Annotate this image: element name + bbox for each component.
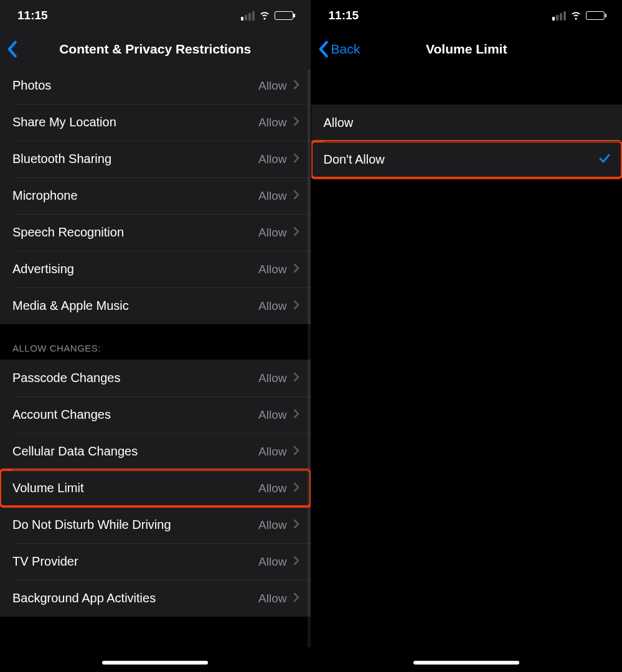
row-value: Allow bbox=[258, 408, 286, 422]
wifi-icon bbox=[258, 8, 271, 24]
row-account-changes[interactable]: Account Changes Allow bbox=[0, 396, 311, 433]
page-title: Volume Limit bbox=[426, 42, 507, 57]
row-value: Allow bbox=[258, 189, 286, 203]
back-label: Back bbox=[331, 42, 360, 57]
chevron-right-icon bbox=[293, 554, 299, 569]
row-label: Cellular Data Changes bbox=[12, 444, 258, 459]
status-time: 11:15 bbox=[17, 9, 48, 22]
page-title: Content & Privacy Restrictions bbox=[59, 42, 251, 57]
row-value: Allow bbox=[258, 482, 286, 495]
row-value: Allow bbox=[258, 299, 286, 313]
chevron-right-icon bbox=[293, 115, 299, 129]
cellular-signal-icon bbox=[241, 11, 255, 21]
scrollbar-track[interactable] bbox=[308, 70, 311, 647]
chevron-right-icon bbox=[293, 481, 299, 495]
option-allow[interactable]: Allow bbox=[311, 105, 623, 141]
row-label: Account Changes bbox=[12, 408, 258, 422]
chevron-right-icon bbox=[293, 225, 299, 240]
row-label: Share My Location bbox=[12, 115, 258, 129]
row-value: Allow bbox=[258, 79, 286, 93]
back-button[interactable]: Back bbox=[318, 31, 360, 67]
status-bar: 11:15 bbox=[311, 0, 623, 31]
chevron-right-icon bbox=[293, 299, 299, 313]
row-dnd-while-driving[interactable]: Do Not Disturb While Driving Allow bbox=[0, 506, 311, 543]
row-bluetooth-sharing[interactable]: Bluetooth Sharing Allow bbox=[0, 141, 311, 177]
option-dont-allow[interactable]: Don't Allow bbox=[311, 141, 623, 178]
row-label: TV Provider bbox=[12, 554, 258, 569]
chevron-right-icon bbox=[293, 152, 299, 166]
chevron-right-icon bbox=[293, 591, 299, 605]
chevron-right-icon bbox=[293, 78, 299, 93]
row-value: Allow bbox=[258, 592, 286, 605]
screen-left: 11:15 Content & Privacy Restrictions Pho… bbox=[0, 0, 311, 672]
allow-changes-section: Passcode Changes Allow Account Changes A… bbox=[0, 360, 311, 617]
row-microphone[interactable]: Microphone Allow bbox=[0, 177, 311, 214]
battery-icon bbox=[275, 11, 293, 20]
row-label: Passcode Changes bbox=[12, 371, 258, 385]
chevron-right-icon bbox=[293, 371, 299, 385]
row-label: Microphone bbox=[12, 189, 258, 203]
row-label: Background App Activities bbox=[12, 591, 258, 605]
chevron-right-icon bbox=[293, 444, 299, 459]
status-icons bbox=[552, 8, 605, 24]
volume-limit-options: Allow Don't Allow bbox=[311, 105, 623, 178]
spacer bbox=[311, 67, 623, 105]
row-value: Allow bbox=[258, 371, 286, 385]
row-volume-limit[interactable]: Volume Limit Allow bbox=[0, 470, 311, 506]
row-value: Allow bbox=[258, 226, 286, 240]
row-label: Speech Recognition bbox=[12, 225, 258, 240]
row-label: Bluetooth Sharing bbox=[12, 152, 258, 166]
option-label: Allow bbox=[324, 116, 611, 130]
row-photos[interactable]: Photos Allow bbox=[0, 67, 311, 104]
row-label: Volume Limit bbox=[12, 481, 258, 495]
row-value: Allow bbox=[258, 152, 286, 166]
row-value: Allow bbox=[258, 555, 286, 569]
row-label: Photos bbox=[12, 78, 258, 93]
chevron-right-icon bbox=[293, 518, 299, 532]
home-indicator[interactable] bbox=[102, 661, 208, 665]
row-media-apple-music[interactable]: Media & Apple Music Allow bbox=[0, 287, 311, 324]
chevron-right-icon bbox=[293, 408, 299, 422]
row-cellular-data-changes[interactable]: Cellular Data Changes Allow bbox=[0, 433, 311, 470]
nav-bar-left: Content & Privacy Restrictions bbox=[0, 31, 311, 67]
chevron-right-icon bbox=[293, 262, 299, 276]
row-label: Media & Apple Music bbox=[12, 299, 258, 313]
cellular-signal-icon bbox=[552, 11, 566, 21]
row-value: Allow bbox=[258, 518, 286, 532]
row-value: Allow bbox=[258, 263, 286, 276]
row-speech-recognition[interactable]: Speech Recognition Allow bbox=[0, 214, 311, 251]
status-bar: 11:15 bbox=[0, 0, 311, 31]
row-advertising[interactable]: Advertising Allow bbox=[0, 251, 311, 287]
status-icons bbox=[241, 8, 293, 24]
screen-right: 11:15 Back Volume Limit Allow bbox=[311, 0, 623, 672]
nav-bar-right: Back Volume Limit bbox=[311, 31, 623, 67]
checkmark-icon bbox=[598, 152, 611, 167]
privacy-section: Photos Allow Share My Location Allow Blu… bbox=[0, 67, 311, 324]
row-label: Do Not Disturb While Driving bbox=[12, 518, 258, 532]
row-value: Allow bbox=[258, 445, 286, 459]
row-share-location[interactable]: Share My Location Allow bbox=[0, 104, 311, 141]
status-time: 11:15 bbox=[329, 9, 359, 22]
section-header-allow-changes: Allow Changes: bbox=[0, 324, 311, 360]
row-passcode-changes[interactable]: Passcode Changes Allow bbox=[0, 360, 311, 396]
row-background-app-activities[interactable]: Background App Activities Allow bbox=[0, 580, 311, 617]
wifi-icon bbox=[570, 8, 582, 24]
battery-icon bbox=[586, 11, 605, 20]
home-indicator[interactable] bbox=[413, 661, 519, 665]
row-tv-provider[interactable]: TV Provider Allow bbox=[0, 543, 311, 580]
row-label: Advertising bbox=[12, 262, 258, 276]
option-label: Don't Allow bbox=[324, 152, 599, 167]
row-value: Allow bbox=[258, 116, 286, 129]
back-button[interactable] bbox=[6, 31, 17, 67]
chevron-right-icon bbox=[293, 189, 299, 203]
